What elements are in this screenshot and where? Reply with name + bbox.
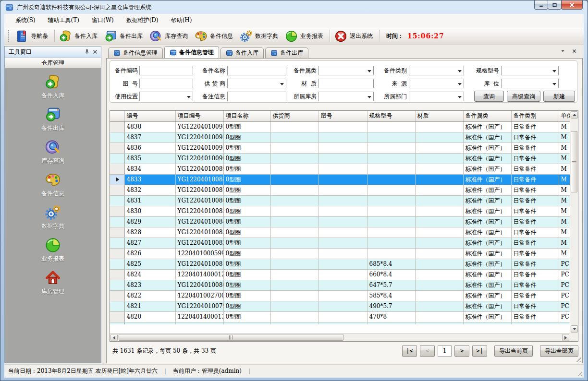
cell[interactable]: 4834	[124, 164, 175, 174]
table-row-4834[interactable]: 4834YG122040100890型圈标准件（国产）日常备件M	[110, 164, 570, 174]
cell[interactable]	[367, 238, 415, 248]
cell[interactable]: YG12204010084	[175, 216, 223, 227]
cell[interactable]: M	[559, 143, 570, 153]
cell[interactable]: 0型圈	[223, 153, 270, 164]
menu-item-2[interactable]: 辅助工具(T)	[42, 14, 86, 26]
cell[interactable]	[270, 238, 318, 248]
cell[interactable]: 日常备件	[511, 227, 559, 238]
cell[interactable]	[318, 164, 367, 174]
table-row-4823[interactable]: 4823YG122040100800型圈647*5.7标准件（国产）日常备件PC	[110, 280, 570, 290]
cell[interactable]: PC	[559, 301, 570, 311]
cell[interactable]: 标准件（国产）	[463, 143, 511, 153]
row-indicator-cell[interactable]	[110, 311, 124, 322]
part-name-input[interactable]	[227, 66, 286, 75]
cell[interactable]: 日常备件	[511, 248, 559, 259]
cell[interactable]	[270, 185, 318, 195]
cell[interactable]: 470*8	[367, 311, 415, 322]
cell[interactable]: 标准件（国产）	[463, 238, 511, 248]
cell[interactable]: 0型圈	[223, 259, 270, 269]
cell[interactable]	[270, 227, 318, 238]
cell[interactable]: PC	[559, 280, 570, 290]
cell[interactable]: 标准件（国产）	[463, 280, 511, 290]
row-indicator-cell[interactable]	[110, 185, 124, 195]
cell[interactable]: 1220401400012	[175, 269, 223, 280]
cell[interactable]	[318, 290, 367, 301]
source-combo[interactable]	[409, 79, 464, 88]
cell[interactable]: 标准件（国产）	[463, 269, 511, 280]
cell[interactable]	[270, 132, 318, 143]
toolbar-item-stock-query[interactable]: 库存查询	[147, 28, 192, 44]
cell[interactable]: 4826	[124, 248, 175, 259]
spec-model-combo[interactable]	[501, 66, 559, 75]
cell[interactable]: 0型圈	[223, 121, 270, 132]
cell[interactable]: 4835	[124, 153, 175, 164]
sidebar-item-stock-query[interactable]: 库存查询	[41, 139, 64, 165]
tab-spare-info-mgmt-2[interactable]: 备件信息管理	[164, 46, 219, 58]
cell[interactable]	[318, 227, 367, 238]
cell[interactable]	[415, 280, 463, 290]
cell[interactable]	[415, 290, 463, 301]
tab-spare-in[interactable]: 备件入库	[220, 48, 264, 58]
cell[interactable]: 0型圈	[223, 164, 270, 174]
cell[interactable]	[415, 164, 463, 174]
cell[interactable]	[367, 248, 415, 259]
cell[interactable]: 标准件（国产）	[463, 248, 511, 259]
toolbar-drag-handle[interactable]	[8, 30, 10, 42]
cell[interactable]	[318, 153, 367, 164]
close-button[interactable]	[561, 0, 583, 10]
cell[interactable]: M	[559, 216, 570, 227]
cell[interactable]	[270, 290, 318, 301]
cell[interactable]: YG12204010090	[175, 153, 223, 164]
cell[interactable]	[415, 216, 463, 227]
sidebar-item-data-dict[interactable]: 数据字典	[41, 204, 64, 230]
column-header-6[interactable]: 规格型号	[367, 111, 415, 121]
usage-position-combo[interactable]	[139, 92, 193, 101]
cell[interactable]	[415, 185, 463, 195]
cell[interactable]	[415, 301, 463, 311]
horizontal-scroll-thumb[interactable]	[119, 334, 343, 341]
table-row-4833[interactable]: 4833YG122040100880型圈标准件（国产）日常备件M	[110, 174, 570, 185]
table-row-4830[interactable]: 4830YG122040100850型圈标准件（国产）日常备件M	[110, 206, 570, 216]
minimize-button[interactable]	[534, 0, 548, 10]
cell[interactable]: 0型圈	[223, 216, 270, 227]
cell[interactable]: YG12204010082	[175, 238, 223, 248]
cell[interactable]: M	[559, 132, 570, 143]
cell[interactable]: PC	[559, 269, 570, 280]
column-header-7[interactable]: 材质	[415, 111, 463, 121]
cell[interactable]	[415, 174, 463, 185]
row-indicator-cell[interactable]	[110, 280, 124, 290]
cell[interactable]: YG12204010093	[175, 121, 223, 132]
sidebar-item-spare-in[interactable]: 备件入库	[41, 74, 64, 100]
column-header-3[interactable]: 项目名称	[223, 111, 270, 121]
cell[interactable]	[367, 164, 415, 174]
row-indicator-cell[interactable]	[110, 195, 124, 206]
cell[interactable]: 0型圈	[223, 301, 270, 311]
cell[interactable]: 1220401400013	[175, 311, 223, 322]
cell[interactable]: 4824	[124, 269, 175, 280]
cell[interactable]: 日常备件	[511, 290, 559, 301]
cell[interactable]: 日常备件	[511, 164, 559, 174]
cell[interactable]: 日常备件	[511, 216, 559, 227]
part-class-combo[interactable]	[318, 66, 374, 75]
table-row-4837[interactable]: 4837YG122040100920型圈标准件（国产）日常备件M	[110, 132, 570, 143]
cell[interactable]	[318, 132, 367, 143]
cell[interactable]: 标准件（国产）	[463, 164, 511, 174]
cell[interactable]	[318, 311, 367, 322]
resize-grip-icon[interactable]	[576, 357, 581, 362]
cell[interactable]: YG12204010089	[175, 164, 223, 174]
cell[interactable]: M	[559, 153, 570, 164]
cell[interactable]	[415, 227, 463, 238]
row-indicator-cell[interactable]	[110, 259, 124, 269]
cell[interactable]	[415, 206, 463, 216]
cell[interactable]: 日常备件	[511, 121, 559, 132]
cell[interactable]: 标准件（国产）	[463, 121, 511, 132]
export-current-page-button[interactable]: 导出当前页	[494, 345, 533, 357]
cell[interactable]: 标准件（国产）	[463, 290, 511, 301]
cell[interactable]	[270, 311, 318, 322]
column-header-4[interactable]: 供货商	[270, 111, 318, 121]
cell[interactable]	[415, 311, 463, 322]
column-header-5[interactable]: 图号	[318, 111, 367, 121]
cell[interactable]: 0型圈	[223, 143, 270, 153]
cell[interactable]: PC	[559, 311, 570, 322]
cell[interactable]	[415, 238, 463, 248]
